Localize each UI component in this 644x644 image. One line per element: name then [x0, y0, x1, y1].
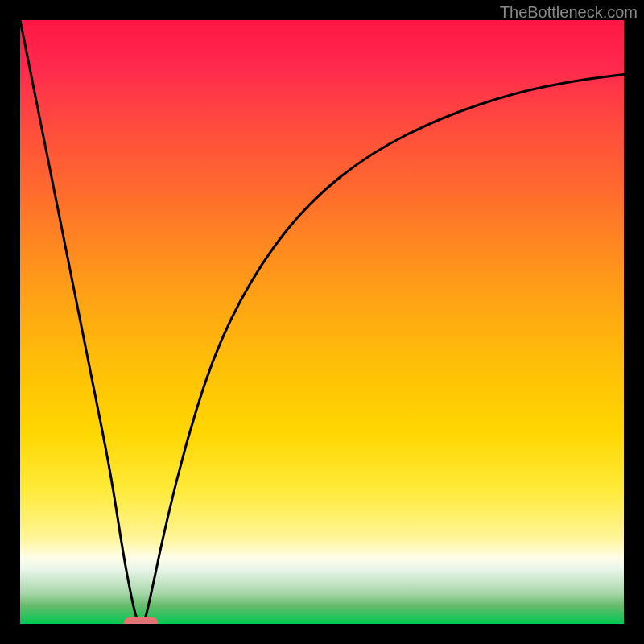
curve-svg: [20, 20, 624, 624]
chart-container: TheBottleneck.com: [0, 0, 644, 644]
optimal-marker: [124, 617, 158, 624]
plot-area: [20, 20, 624, 624]
bottleneck-curve: [20, 20, 624, 624]
watermark-text: TheBottleneck.com: [500, 3, 638, 22]
